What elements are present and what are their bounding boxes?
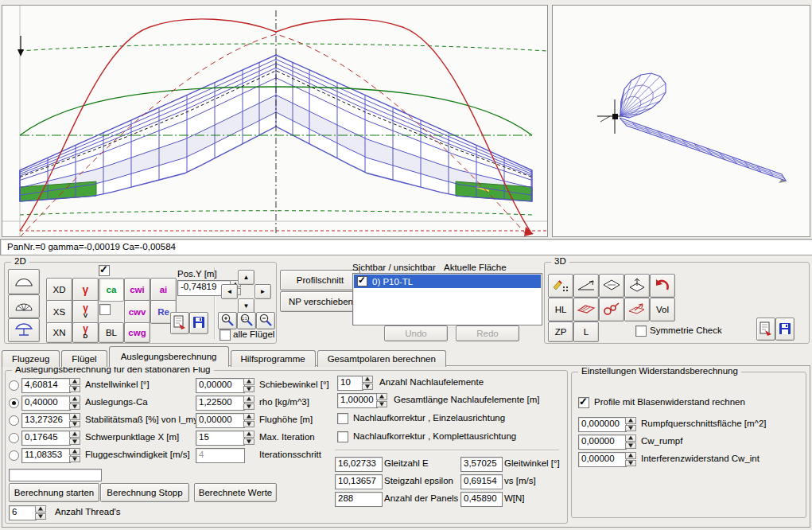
spinner-up-icon[interactable]	[625, 417, 636, 424]
spinner-down-icon[interactable]	[625, 460, 636, 467]
tab-gesamtpolaren[interactable]: Gesamtpolaren berechnen	[317, 350, 446, 367]
zp-button[interactable]: ZP	[548, 322, 573, 342]
spinner-up-icon[interactable]	[35, 505, 46, 512]
spinner-up-icon[interactable]	[243, 431, 254, 438]
vol-button[interactable]: Vol	[650, 298, 675, 322]
tab-auslegungsberechnung[interactable]: Auslegungsberechnung	[109, 346, 229, 367]
radio-fluggeschwindigkeit[interactable]	[9, 450, 19, 461]
alpha-flow-button[interactable]	[573, 274, 599, 298]
bl-button[interactable]: BL	[99, 322, 124, 343]
surface-list-item[interactable]: 0) P10-TL	[354, 275, 541, 288]
threads-field[interactable]: 6	[9, 505, 37, 520]
schwerpunktlage-spinner[interactable]	[69, 431, 80, 445]
spinner-up-icon[interactable]	[625, 452, 636, 459]
gesamtlaenge-field[interactable]: 1,00000	[337, 393, 378, 408]
panel-normal-button[interactable]	[624, 274, 650, 298]
zoom-reset-button[interactable]: 1:1	[237, 312, 256, 329]
fluggeschwindigkeit-spinner[interactable]	[69, 448, 80, 462]
max-iteration-field[interactable]: 15	[196, 431, 245, 446]
flughoehe-spinner[interactable]	[243, 413, 254, 427]
spinner-up-icon[interactable]	[69, 396, 80, 403]
cwv-button[interactable]: cwv	[124, 300, 150, 324]
gamma-v-button[interactable]: γV	[72, 300, 99, 324]
xs-button[interactable]: XS	[46, 300, 72, 324]
undo-button[interactable]: Undo	[384, 325, 448, 341]
berechnung-starten-button[interactable]: Berechnung starten	[9, 483, 99, 502]
pan-up-button[interactable]: ▲	[238, 270, 254, 285]
spinner-up-icon[interactable]	[376, 393, 387, 400]
spinner-up-icon[interactable]	[69, 431, 80, 438]
zoom-out-button[interactable]	[256, 312, 275, 329]
tab-hilfsprogramme[interactable]: Hilfsprogramme	[231, 350, 316, 367]
radio-auslegungs-ca[interactable]	[9, 398, 19, 408]
panel-edit-button[interactable]	[548, 274, 573, 298]
wing-front-view-button[interactable]	[8, 269, 40, 294]
surface-listbox[interactable]: 0) P10-TL	[352, 273, 542, 325]
cw-rumpf-spinner[interactable]	[625, 435, 636, 449]
planform-2d-view[interactable]	[2, 5, 548, 237]
pan-right-button[interactable]: ►	[254, 284, 271, 299]
xd-button[interactable]: XD	[46, 278, 72, 302]
spinner-down-icon[interactable]	[69, 386, 80, 393]
camera-view-button[interactable]	[599, 298, 624, 322]
zoom-in-button[interactable]	[218, 312, 237, 329]
radio-stabilitaetsmass[interactable]	[9, 415, 19, 426]
rho-field[interactable]: 1,22500	[196, 396, 245, 411]
spinner-down-icon[interactable]	[625, 442, 636, 450]
spinner-up-icon[interactable]	[69, 448, 80, 455]
spinner-down-icon[interactable]	[376, 401, 387, 408]
nachlaufelemente-field[interactable]: 10	[337, 376, 363, 391]
profile-section-view-button[interactable]	[8, 318, 40, 342]
print-3d-button[interactable]	[756, 318, 775, 341]
rumpfquerschnitt-spinner[interactable]	[625, 417, 636, 431]
berechnete-werte-button[interactable]: Berechnete Werte	[194, 483, 277, 502]
cw-rumpf-field[interactable]: 0,00000	[578, 435, 627, 450]
spinner-down-icon[interactable]	[243, 438, 254, 446]
spinner-down-icon[interactable]	[243, 386, 254, 393]
xn-button[interactable]: XN	[46, 322, 72, 343]
ca-display-checkbox[interactable]	[99, 265, 110, 276]
berechnung-stopp-button[interactable]: Berechnung Stopp	[100, 483, 189, 502]
gamma-button[interactable]: γ	[72, 278, 99, 302]
spinner-down-icon[interactable]	[35, 513, 46, 520]
spinner-up-icon[interactable]	[625, 435, 636, 442]
radio-schwerpunktlage[interactable]	[9, 433, 19, 443]
surface-visible-checkbox[interactable]	[357, 276, 367, 286]
spinner-up-icon[interactable]	[362, 376, 373, 383]
pan-left-button[interactable]: ◄	[221, 284, 238, 299]
fluggeschwindigkeit-field[interactable]: 11,08353	[21, 448, 71, 463]
nachlaufkorrektur-einzel-checkbox[interactable]	[337, 413, 348, 424]
anstellwinkel-field[interactable]: 4,60814	[21, 378, 71, 393]
rho-spinner[interactable]	[243, 396, 254, 410]
auslegungs-ca-spinner[interactable]	[69, 396, 80, 410]
spinner-down-icon[interactable]	[625, 425, 636, 432]
wing-3d-view[interactable]	[552, 5, 810, 237]
ai-button[interactable]: ai	[150, 278, 177, 302]
profilschnitt-button[interactable]: Profilschnitt	[280, 270, 360, 290]
flughoehe-field[interactable]: 0,00000	[196, 413, 245, 428]
spinner-up-icon[interactable]	[69, 413, 80, 420]
gamma-d-button[interactable]: γD	[72, 322, 99, 343]
tab-flugzeug[interactable]: Flugzeug	[2, 350, 60, 367]
symmetrie-check-checkbox[interactable]	[635, 325, 647, 337]
stabilitaetsmass-spinner[interactable]	[69, 413, 80, 427]
cw-int-spinner[interactable]	[625, 452, 636, 466]
l-button[interactable]: L	[573, 322, 599, 342]
schwerpunktlage-field[interactable]: 0,17645	[21, 431, 71, 446]
save-2d-button[interactable]	[189, 312, 208, 334]
ca-button[interactable]: ca	[99, 278, 124, 302]
spinner-up-icon[interactable]	[69, 378, 80, 385]
spinner-up-icon[interactable]	[243, 378, 254, 385]
cw-int-field[interactable]: 0,00000	[578, 452, 627, 467]
hl-button[interactable]: HL	[548, 298, 573, 322]
spinner-down-icon[interactable]	[69, 421, 80, 428]
mesh-fan-view-button[interactable]	[8, 294, 40, 318]
np-verschieben-button[interactable]: NP verschieben	[280, 291, 362, 312]
radio-anstellwinkel[interactable]	[9, 380, 19, 391]
nachlaufelemente-spinner[interactable]	[362, 376, 373, 390]
spinner-down-icon[interactable]	[362, 384, 373, 391]
save-3d-button[interactable]	[775, 318, 795, 341]
gesamtlaenge-spinner[interactable]	[376, 393, 387, 407]
anstellwinkel-spinner[interactable]	[69, 378, 80, 392]
spinner-down-icon[interactable]	[243, 403, 254, 411]
